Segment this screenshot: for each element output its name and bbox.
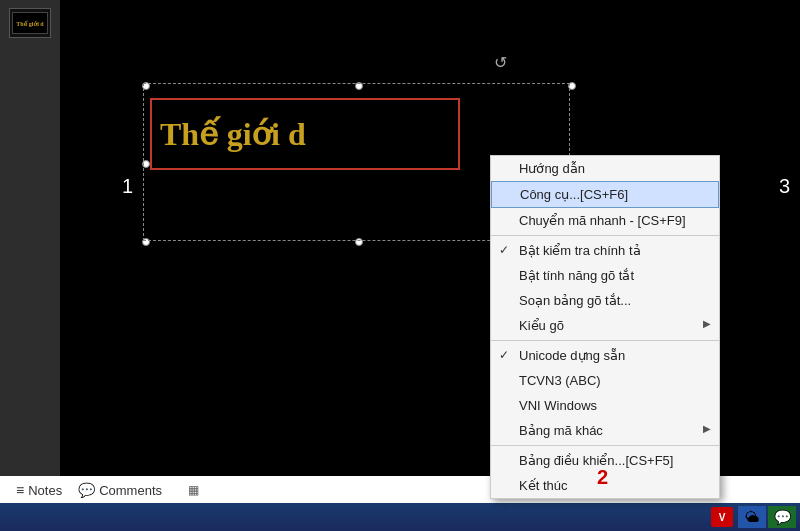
notes-button[interactable]: ≡ Notes bbox=[10, 480, 68, 500]
taskbar-right: 2 V 🌥 💬 bbox=[706, 503, 800, 531]
notes-icon: ≡ bbox=[16, 482, 24, 498]
rotation-handle[interactable]: ↺ bbox=[490, 52, 510, 72]
number-2-badge: 2 bbox=[597, 466, 608, 489]
menu-item-tcvn3[interactable]: TCVN3 (ABC) bbox=[491, 368, 719, 393]
slide-thumbnail[interactable]: Thế giới d bbox=[9, 8, 51, 38]
chat-glyph: 💬 bbox=[774, 509, 791, 525]
menu-item-unicode[interactable]: Unicode dựng sẵn bbox=[491, 343, 719, 368]
menu-item-chuyen-ma[interactable]: Chuyển mã nhanh - [CS+F9] bbox=[491, 208, 719, 233]
context-menu: Hướng dẫnCông cụ...[CS+F6]Chuyển mã nhan… bbox=[490, 155, 720, 499]
menu-separator bbox=[491, 340, 719, 341]
menu-item-huong-dan[interactable]: Hướng dẫn bbox=[491, 156, 719, 181]
menu-item-bang-ma-khac[interactable]: Bảng mã khác bbox=[491, 418, 719, 443]
text-box-selected[interactable]: Thế giới d bbox=[150, 98, 460, 170]
view-icons: ▦ bbox=[182, 479, 204, 501]
slide-text: Thế giới d bbox=[160, 115, 306, 153]
menu-item-cong-cu[interactable]: Công cụ...[CS+F6] bbox=[491, 181, 719, 208]
menu-item-vni[interactable]: VNI Windows bbox=[491, 393, 719, 418]
left-panel: Thế giới d bbox=[0, 0, 60, 476]
menu-item-kieu-go[interactable]: Kiểu gõ bbox=[491, 313, 719, 338]
weather-icon[interactable]: 🌥 bbox=[738, 506, 766, 528]
notes-label: Notes bbox=[28, 483, 62, 498]
pp-icon-label: V bbox=[719, 512, 726, 523]
comments-label: Comments bbox=[99, 483, 162, 498]
slide-number-1: 1 bbox=[122, 175, 133, 198]
menu-separator bbox=[491, 235, 719, 236]
comments-icon: 💬 bbox=[78, 482, 95, 498]
comments-button[interactable]: 💬 Comments bbox=[72, 480, 168, 500]
slide-number-3: 3 bbox=[779, 175, 790, 198]
taskbar: 2 V 🌥 💬 bbox=[0, 503, 800, 531]
menu-item-bat-tinh-nang[interactable]: Bật tính năng gõ tắt bbox=[491, 263, 719, 288]
menu-separator bbox=[491, 445, 719, 446]
powerpoint-taskbar-icon[interactable]: V bbox=[708, 506, 736, 528]
view-icon-normal[interactable]: ▦ bbox=[182, 479, 204, 501]
menu-item-bat-kiem-tra[interactable]: Bật kiểm tra chính tả bbox=[491, 238, 719, 263]
weather-glyph: 🌥 bbox=[745, 509, 759, 525]
chat-icon[interactable]: 💬 bbox=[768, 506, 796, 528]
menu-item-soan-bang[interactable]: Soạn bảng gõ tắt... bbox=[491, 288, 719, 313]
